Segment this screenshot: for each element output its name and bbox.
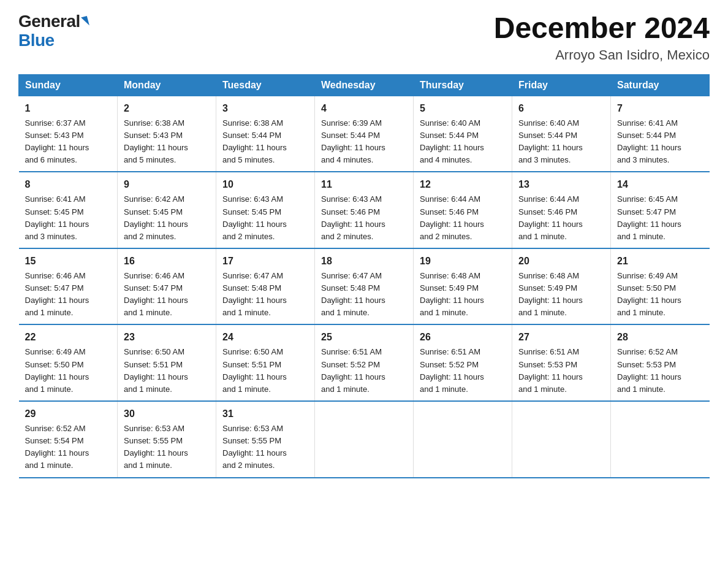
calendar-table: SundayMondayTuesdayWednesdayThursdayFrid… (18, 74, 710, 478)
day-info: Sunrise: 6:40 AMSunset: 5:44 PMDaylight:… (420, 117, 506, 167)
calendar-body: 1Sunrise: 6:37 AMSunset: 5:43 PMDaylight… (19, 96, 710, 477)
day-info: Sunrise: 6:37 AMSunset: 5:43 PMDaylight:… (25, 117, 112, 167)
day-info: Sunrise: 6:53 AMSunset: 5:55 PMDaylight:… (124, 423, 210, 472)
day-info: Sunrise: 6:50 AMSunset: 5:51 PMDaylight:… (124, 346, 210, 396)
day-info: Sunrise: 6:51 AMSunset: 5:52 PMDaylight:… (321, 346, 407, 396)
day-number: 12 (420, 177, 506, 192)
day-cell (315, 401, 414, 478)
weekday-header-tuesday: Tuesday (216, 74, 315, 96)
day-cell: 3Sunrise: 6:38 AMSunset: 5:44 PMDaylight… (216, 96, 315, 172)
day-cell: 12Sunrise: 6:44 AMSunset: 5:46 PMDayligh… (414, 172, 512, 248)
day-number: 10 (222, 177, 308, 192)
day-info: Sunrise: 6:41 AMSunset: 5:45 PMDaylight:… (25, 193, 112, 243)
day-number: 16 (124, 254, 210, 269)
day-number: 31 (222, 407, 308, 421)
day-info: Sunrise: 6:45 AMSunset: 5:47 PMDaylight:… (617, 193, 703, 243)
day-info: Sunrise: 6:49 AMSunset: 5:50 PMDaylight:… (617, 270, 703, 320)
day-info: Sunrise: 6:51 AMSunset: 5:52 PMDaylight:… (420, 346, 506, 396)
day-number: 1 (25, 101, 112, 116)
day-number: 14 (617, 177, 703, 192)
day-number: 29 (25, 407, 112, 421)
month-title: December 2024 (494, 12, 710, 45)
day-info: Sunrise: 6:43 AMSunset: 5:45 PMDaylight:… (222, 193, 308, 243)
day-number: 4 (321, 101, 407, 116)
day-number: 21 (617, 254, 703, 269)
day-cell: 11Sunrise: 6:43 AMSunset: 5:46 PMDayligh… (315, 172, 414, 248)
day-number: 6 (518, 101, 604, 116)
day-info: Sunrise: 6:48 AMSunset: 5:49 PMDaylight:… (420, 270, 506, 320)
weekday-header-sunday: Sunday (19, 74, 118, 96)
day-number: 24 (222, 330, 308, 345)
day-cell: 25Sunrise: 6:51 AMSunset: 5:52 PMDayligh… (315, 324, 414, 401)
day-cell: 19Sunrise: 6:48 AMSunset: 5:49 PMDayligh… (414, 248, 512, 325)
weekday-header-thursday: Thursday (414, 74, 512, 96)
week-row-3: 15Sunrise: 6:46 AMSunset: 5:47 PMDayligh… (19, 248, 710, 325)
day-number: 20 (518, 254, 604, 269)
day-number: 30 (124, 407, 210, 421)
day-info: Sunrise: 6:39 AMSunset: 5:44 PMDaylight:… (321, 117, 407, 167)
day-cell: 6Sunrise: 6:40 AMSunset: 5:44 PMDaylight… (512, 96, 611, 172)
weekday-header-wednesday: Wednesday (315, 74, 414, 96)
day-cell: 7Sunrise: 6:41 AMSunset: 5:44 PMDaylight… (611, 96, 710, 172)
day-info: Sunrise: 6:38 AMSunset: 5:43 PMDaylight:… (124, 117, 210, 167)
day-info: Sunrise: 6:41 AMSunset: 5:44 PMDaylight:… (617, 117, 703, 167)
day-number: 22 (25, 330, 112, 345)
day-info: Sunrise: 6:52 AMSunset: 5:54 PMDaylight:… (25, 423, 112, 472)
day-info: Sunrise: 6:47 AMSunset: 5:48 PMDaylight:… (222, 270, 308, 320)
day-cell (414, 401, 512, 478)
day-number: 25 (321, 330, 407, 345)
day-cell: 24Sunrise: 6:50 AMSunset: 5:51 PMDayligh… (216, 324, 315, 401)
day-cell (512, 401, 611, 478)
day-number: 27 (518, 330, 604, 345)
day-number: 15 (25, 254, 112, 269)
week-row-4: 22Sunrise: 6:49 AMSunset: 5:50 PMDayligh… (19, 324, 710, 401)
day-cell: 29Sunrise: 6:52 AMSunset: 5:54 PMDayligh… (19, 401, 118, 478)
day-number: 19 (420, 254, 506, 269)
day-info: Sunrise: 6:44 AMSunset: 5:46 PMDaylight:… (420, 193, 506, 243)
week-row-5: 29Sunrise: 6:52 AMSunset: 5:54 PMDayligh… (19, 401, 710, 478)
weekday-header-friday: Friday (512, 74, 611, 96)
day-number: 17 (222, 254, 308, 269)
day-info: Sunrise: 6:49 AMSunset: 5:50 PMDaylight:… (25, 346, 112, 396)
day-number: 11 (321, 177, 407, 192)
weekday-header-monday: Monday (118, 74, 216, 96)
logo-blue-text: Blue (18, 31, 88, 50)
calendar-header: SundayMondayTuesdayWednesdayThursdayFrid… (19, 74, 710, 96)
day-cell: 18Sunrise: 6:47 AMSunset: 5:48 PMDayligh… (315, 248, 414, 325)
day-cell: 4Sunrise: 6:39 AMSunset: 5:44 PMDaylight… (315, 96, 414, 172)
day-cell: 13Sunrise: 6:44 AMSunset: 5:46 PMDayligh… (512, 172, 611, 248)
day-info: Sunrise: 6:47 AMSunset: 5:48 PMDaylight:… (321, 270, 407, 320)
day-cell: 23Sunrise: 6:50 AMSunset: 5:51 PMDayligh… (118, 324, 216, 401)
day-info: Sunrise: 6:52 AMSunset: 5:53 PMDaylight:… (617, 346, 703, 396)
day-number: 7 (617, 101, 703, 116)
day-cell: 21Sunrise: 6:49 AMSunset: 5:50 PMDayligh… (611, 248, 710, 325)
day-number: 26 (420, 330, 506, 345)
day-cell: 27Sunrise: 6:51 AMSunset: 5:53 PMDayligh… (512, 324, 611, 401)
day-info: Sunrise: 6:48 AMSunset: 5:49 PMDaylight:… (518, 270, 604, 320)
day-cell: 17Sunrise: 6:47 AMSunset: 5:48 PMDayligh… (216, 248, 315, 325)
day-number: 18 (321, 254, 407, 269)
day-number: 28 (617, 330, 703, 345)
day-cell: 14Sunrise: 6:45 AMSunset: 5:47 PMDayligh… (611, 172, 710, 248)
day-info: Sunrise: 6:53 AMSunset: 5:55 PMDaylight:… (222, 423, 308, 472)
day-cell: 8Sunrise: 6:41 AMSunset: 5:45 PMDaylight… (19, 172, 118, 248)
day-info: Sunrise: 6:42 AMSunset: 5:45 PMDaylight:… (124, 193, 210, 243)
title-section: December 2024 Arroyo San Isidro, Mexico (494, 12, 710, 63)
logo: General Blue (18, 12, 88, 50)
day-number: 8 (25, 177, 112, 192)
weekday-header-row: SundayMondayTuesdayWednesdayThursdayFrid… (19, 74, 710, 96)
day-number: 9 (124, 177, 210, 192)
weekday-header-saturday: Saturday (611, 74, 710, 96)
day-cell: 1Sunrise: 6:37 AMSunset: 5:43 PMDaylight… (19, 96, 118, 172)
day-info: Sunrise: 6:51 AMSunset: 5:53 PMDaylight:… (518, 346, 604, 396)
page-header: General Blue December 2024 Arroyo San Is… (18, 12, 710, 63)
day-cell: 26Sunrise: 6:51 AMSunset: 5:52 PMDayligh… (414, 324, 512, 401)
week-row-2: 8Sunrise: 6:41 AMSunset: 5:45 PMDaylight… (19, 172, 710, 248)
day-cell: 2Sunrise: 6:38 AMSunset: 5:43 PMDaylight… (118, 96, 216, 172)
day-cell: 31Sunrise: 6:53 AMSunset: 5:55 PMDayligh… (216, 401, 315, 478)
week-row-1: 1Sunrise: 6:37 AMSunset: 5:43 PMDaylight… (19, 96, 710, 172)
day-number: 2 (124, 101, 210, 116)
day-info: Sunrise: 6:50 AMSunset: 5:51 PMDaylight:… (222, 346, 308, 396)
day-number: 13 (518, 177, 604, 192)
day-cell: 22Sunrise: 6:49 AMSunset: 5:50 PMDayligh… (19, 324, 118, 401)
